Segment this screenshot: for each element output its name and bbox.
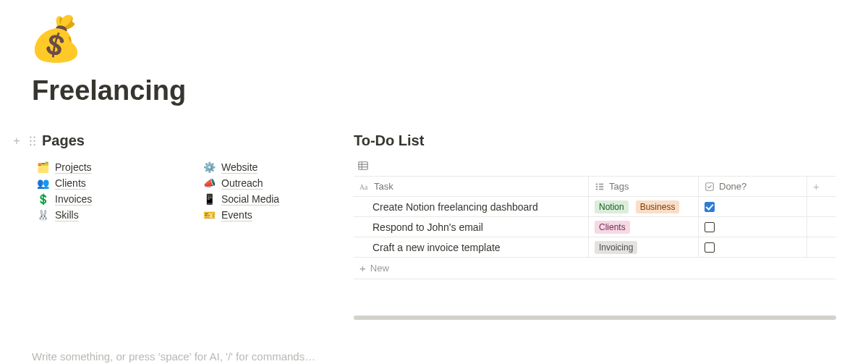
svg-point-4 [30, 144, 31, 145]
done-checkbox[interactable] [705, 242, 715, 253]
svg-point-5 [33, 144, 35, 145]
task-title: Craft a new invoice template [359, 242, 501, 253]
new-row-button[interactable]: + New [354, 258, 836, 279]
page-link-label: Social Media [221, 193, 279, 205]
page-link[interactable]: 📣Outreach [203, 175, 325, 191]
column-header-done[interactable]: Done? [699, 177, 807, 196]
page-emoji-icon: 🐰 [36, 209, 49, 221]
page-link[interactable]: 🗂️Projects [36, 159, 174, 175]
tag-badge: Invoicing [595, 241, 637, 254]
page-link-label: Projects [55, 161, 92, 173]
page-emoji-icon: 🎫 [203, 209, 216, 221]
tag-badge: Clients [595, 221, 630, 234]
tags-cell[interactable]: Invoicing [589, 237, 699, 257]
done-cell[interactable] [699, 217, 807, 237]
tag-badge: Business [636, 200, 680, 213]
tags-cell[interactable]: NotionBusiness [589, 197, 699, 216]
svg-rect-6 [359, 161, 367, 169]
page-link[interactable]: ⚙️Website [203, 159, 325, 175]
svg-text:Aa: Aa [359, 182, 368, 190]
table-row: Craft a new invoice templateInvoicing [354, 237, 836, 258]
column-header-tags[interactable]: Tags [589, 177, 699, 196]
column-header-task[interactable]: Aa Task [354, 177, 589, 196]
empty-cell [807, 197, 836, 216]
page-link-label: Clients [55, 177, 86, 189]
page-link-label: Website [221, 161, 258, 173]
svg-point-0 [30, 136, 31, 137]
database-view-tabs [354, 158, 836, 177]
checkbox-prop-icon [705, 182, 715, 192]
todo-heading[interactable]: To-Do List [354, 132, 836, 149]
svg-rect-14 [599, 186, 603, 187]
tag-badge: Notion [595, 200, 629, 213]
table-icon [358, 161, 368, 174]
page-link[interactable]: 📱Social Media [203, 191, 325, 207]
done-cell[interactable] [699, 197, 807, 216]
svg-rect-16 [599, 188, 603, 190]
page-emoji-icon: 👥 [36, 177, 49, 189]
table-view-tab[interactable] [354, 158, 373, 176]
task-title: Create Notion freelancing dashboard [359, 201, 538, 213]
empty-cell [807, 237, 836, 257]
done-checkbox[interactable] [705, 202, 715, 212]
page-link[interactable]: 🎫Events [203, 207, 325, 223]
page-emoji-icon: 💲 [36, 193, 49, 205]
page-link[interactable]: 💲Invoices [36, 191, 174, 207]
column-header-task-label: Task [374, 181, 393, 192]
title-prop-icon: Aa [359, 182, 370, 192]
page-emoji-icon: 📱 [203, 193, 216, 205]
add-column-button[interactable]: + [807, 177, 836, 196]
page-link-label: Outreach [221, 177, 263, 189]
page-link[interactable]: 👥Clients [36, 175, 174, 191]
multiselect-prop-icon [595, 182, 605, 192]
column-header-done-label: Done? [719, 181, 746, 192]
task-cell[interactable]: Respond to John's email [354, 217, 589, 237]
pages-heading[interactable]: Pages [42, 132, 85, 149]
task-cell[interactable]: Create Notion freelancing dashboard [354, 197, 589, 216]
svg-rect-12 [599, 183, 603, 185]
plus-icon: + [813, 180, 820, 192]
empty-cell [807, 217, 836, 237]
done-checkbox[interactable] [705, 222, 715, 232]
svg-rect-17 [706, 182, 714, 190]
done-cell[interactable] [699, 237, 807, 257]
svg-rect-13 [596, 186, 598, 187]
plus-icon: + [359, 262, 366, 274]
svg-rect-15 [596, 188, 598, 190]
table-row: Create Notion freelancing dashboardNotio… [354, 197, 836, 217]
horizontal-scrollbar[interactable] [354, 316, 836, 320]
new-row-label: New [370, 263, 389, 274]
add-block-button[interactable]: + [10, 135, 23, 148]
tags-cell[interactable]: Clients [589, 217, 699, 237]
page-link[interactable]: 🐰Skills [36, 207, 174, 223]
drag-handle-icon[interactable] [27, 135, 38, 148]
column-header-tags-label: Tags [609, 181, 629, 192]
page-title[interactable]: Freelancing [32, 75, 836, 106]
todo-table: Aa Task Tags Done? [354, 177, 836, 279]
task-cell[interactable]: Craft a new invoice template [354, 237, 589, 257]
svg-point-1 [33, 136, 35, 137]
page-emoji-icon: 📣 [203, 177, 216, 189]
task-title: Respond to John's email [359, 221, 483, 233]
page-link-label: Skills [55, 209, 79, 221]
page-icon[interactable]: 💰 [29, 17, 836, 61]
svg-point-2 [30, 140, 31, 141]
page-link-label: Events [221, 209, 252, 221]
page-emoji-icon: ⚙️ [203, 161, 216, 173]
empty-block-placeholder[interactable]: Write something, or press 'space' for AI… [32, 350, 836, 363]
page-link-label: Invoices [55, 193, 92, 205]
table-row: Respond to John's emailClients [354, 217, 836, 237]
page-emoji-icon: 🗂️ [36, 161, 49, 173]
svg-rect-11 [596, 183, 598, 185]
svg-point-3 [33, 140, 35, 141]
